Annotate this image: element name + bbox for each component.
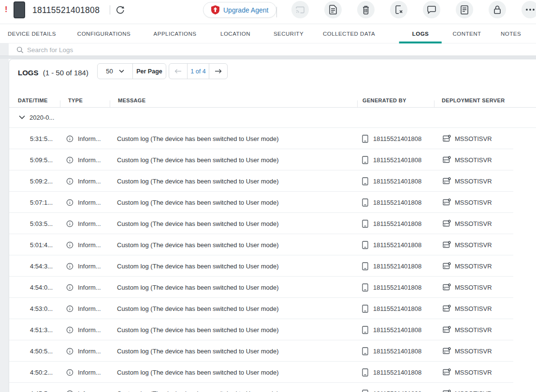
info-icon [66,156,73,164]
log-deployment-server-label: MSSOTISVR [455,369,492,376]
log-row[interactable]: 5:09:2... Inform... Custom log (The devi… [9,170,513,192]
tab-applications[interactable]: APPLICATIONS [154,24,197,43]
chevron-down-icon[interactable] [19,115,25,119]
log-row[interactable]: 5:31:5... Inform... Custom log (The devi… [9,128,513,149]
tab-security[interactable]: SECURITY [274,24,304,43]
log-generated-by-label: 18115521401808 [373,241,421,249]
log-type-label: Inform... [78,284,101,291]
log-type-label: Inform... [78,305,101,312]
server-icon [443,390,451,392]
log-generated-by-cell: 18115521401808 [362,362,421,383]
log-message-cell: Custom log (The device has been switched… [117,255,279,277]
page-size-select[interactable]: 50 [98,64,132,79]
log-type-cell: Inform... [66,149,101,170]
log-time-cell: 4:51:3... [9,319,53,340]
more-options-icon [525,8,535,11]
device-icon [362,220,368,228]
notes-button[interactable] [456,1,473,18]
lock-device-button[interactable] [489,1,506,18]
tab-device-details[interactable]: DEVICE DETAILS [8,24,56,43]
server-icon [443,283,451,291]
message-button[interactable] [423,1,440,18]
server-icon [443,347,451,355]
log-deployment-server-label: MSSOTISVR [455,220,492,227]
log-row[interactable]: 4:54:3... Inform... Custom log (The devi… [9,255,513,277]
log-generated-by-label: 18115521401808 [373,220,421,227]
log-row[interactable]: 4:51:3... Inform... Custom log (The devi… [9,319,513,340]
remote-cast-button[interactable] [291,1,309,18]
column-divider [434,100,435,108]
shield-upgrade-icon [211,5,219,14]
tab-configurations[interactable]: CONFIGURATIONS [77,24,130,43]
device-icon [362,390,368,392]
server-icon [443,220,451,227]
next-page-button[interactable] [209,64,227,79]
server-icon [443,262,451,270]
log-message-cell: Custom log (The device has been switched… [117,319,279,340]
more-options-button[interactable] [522,1,536,18]
log-row[interactable]: 5:01:4... Inform... Custom log (The devi… [9,234,513,255]
log-date-group-row[interactable]: 2020-0... [9,108,536,128]
chat-bubble-icon [427,5,436,14]
log-deployment-server-label: MSSOTISVR [455,156,492,164]
column-divider [110,100,110,108]
log-type-label: Inform... [78,135,101,142]
log-message-cell: Custom log (The device has been switched… [117,340,279,362]
log-row[interactable]: 5:09:5... Inform... Custom log (The devi… [9,149,513,170]
log-generated-by-label: 18115521401808 [373,390,421,392]
tab-logs[interactable]: LOGS [412,24,429,43]
column-header-generated-by[interactable]: GENERATED BY [362,86,406,108]
delete-device-button[interactable] [357,1,375,18]
remove-device-button[interactable] [390,1,407,18]
log-row[interactable]: 4:53:0... Inform... Custom log (The devi… [9,298,513,319]
log-row[interactable]: 5:03:5... Inform... Custom log (The devi… [9,213,513,234]
log-type-label: Inform... [78,369,101,376]
log-time-cell: 5:09:5... [9,149,53,170]
log-deployment-server-cell: MSSOTISVR [443,255,492,277]
log-row[interactable]: 4:50:2... Inform... Custom log (The devi… [9,362,513,383]
log-row[interactable]: 4:50:5... Inform... Custom log (The devi… [9,340,513,362]
column-header-date-time[interactable]: DATE/TIME [18,86,48,108]
search-input[interactable] [27,43,510,56]
column-header-message[interactable]: MESSAGE [118,86,145,108]
log-message-cell: Custom log (The device has been switched… [117,170,279,192]
section-divider [0,56,536,59]
tab-collected-data[interactable]: COLLECTED DATA [323,24,375,43]
device-phone-icon [14,1,25,18]
column-header-deployment-server[interactable]: DEPLOYMENT SERVER [442,86,505,108]
info-icon [66,135,73,142]
server-icon [443,198,451,206]
log-message-cell: Custom log (The device has been switched… [117,383,279,392]
log-time-cell: 4:54:3... [9,255,53,277]
log-type-cell: Inform... [66,383,101,392]
log-row[interactable]: 5:07:1... Inform... Custom log (The devi… [9,192,513,213]
log-generated-by-cell: 18115521401808 [362,192,421,213]
log-type-label: Inform... [78,263,101,270]
log-generated-by-label: 18115521401808 [373,199,421,206]
log-generated-by-label: 18115521401808 [373,326,421,334]
log-deployment-server-label: MSSOTISVR [455,135,492,142]
file-document-button[interactable] [324,1,342,18]
log-deployment-server-label: MSSOTISVR [455,263,492,270]
server-icon [443,177,451,185]
log-time-cell: 4:53:0... [9,298,53,319]
tab-notes[interactable]: NOTES [501,24,521,43]
column-header-type[interactable]: TYPE [68,86,83,108]
log-deployment-server-label: MSSOTISVR [455,178,492,185]
previous-page-button[interactable] [169,64,187,79]
tab-content[interactable]: CONTENT [452,24,481,43]
log-deployment-server-label: MSSOTISVR [455,348,492,355]
log-rows: 5:31:5... Inform... Custom log (The devi… [9,128,513,392]
log-deployment-server-label: MSSOTISVR [455,390,492,392]
log-row[interactable]: 4:54:0... Inform... Custom log (The devi… [9,277,513,298]
refresh-button[interactable] [115,5,126,15]
log-search-bar [9,43,536,56]
log-type-label: Inform... [78,390,101,392]
device-icon [362,326,368,334]
log-type-label: Inform... [78,326,101,334]
tab-location[interactable]: LOCATION [220,24,250,43]
logs-panel-title: LOGS (1 - 50 of 184) [18,69,88,77]
refresh-icon [115,5,126,15]
upgrade-agent-button[interactable]: Upgrade Agent [203,2,276,18]
log-row[interactable]: 4:45:5... Inform... Custom log (The devi… [9,383,513,392]
